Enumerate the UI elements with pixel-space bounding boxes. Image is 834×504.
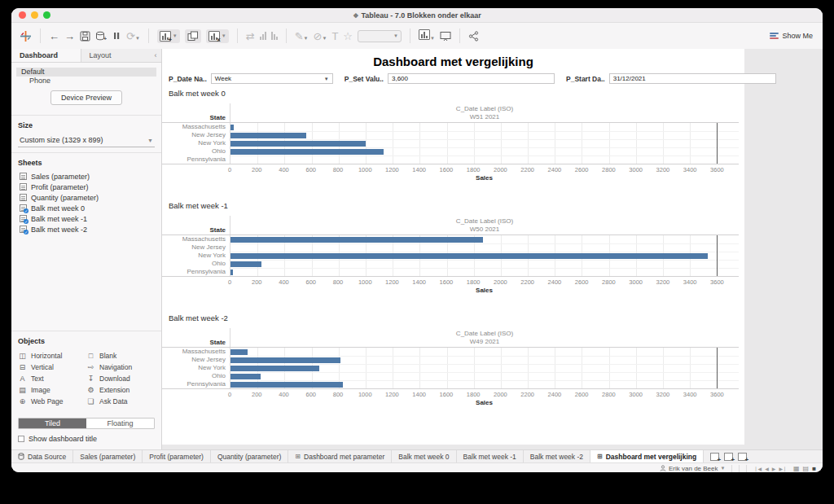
- sheet-tab[interactable]: Balk met week 0: [392, 450, 456, 462]
- object-item[interactable]: ⊟Vertical: [18, 362, 86, 372]
- fix-axes-icon[interactable]: ☆: [343, 28, 353, 43]
- bar[interactable]: [230, 141, 366, 147]
- sort-descending-icon[interactable]: [271, 28, 278, 43]
- object-item[interactable]: ▤Image: [18, 384, 86, 395]
- sheet-list-item[interactable]: ✓Balk met week -2: [18, 225, 155, 234]
- floating-button[interactable]: Floating: [86, 419, 154, 428]
- plot-area[interactable]: [230, 235, 739, 276]
- tab-layout[interactable]: Layout: [81, 49, 151, 62]
- device-section: Default Phone Device Preview: [11, 63, 161, 115]
- bar[interactable]: [230, 366, 319, 371]
- bar[interactable]: [230, 357, 340, 363]
- show-sheet-icon[interactable]: ■: [812, 465, 816, 472]
- object-item[interactable]: □Blank: [86, 350, 155, 361]
- object-item[interactable]: ◫Horizontal: [18, 350, 86, 361]
- row-separator: [230, 372, 739, 373]
- sheet-tab[interactable]: ⊞Dashboard met vergelijking: [590, 450, 704, 462]
- redo-icon[interactable]: →: [64, 28, 75, 43]
- undo-icon[interactable]: ←: [49, 28, 59, 43]
- bar[interactable]: [230, 253, 708, 259]
- object-item[interactable]: AText: [18, 373, 86, 383]
- show-mark-labels-icon[interactable]: T: [331, 28, 338, 43]
- bar[interactable]: [230, 349, 248, 355]
- tiled-button[interactable]: Tiled: [19, 419, 86, 428]
- first-sheet-icon[interactable]: ❘◀: [753, 466, 762, 471]
- new-datasource-icon[interactable]: +: [95, 31, 107, 42]
- objects-grid: ◫Horizontal□Blank⊟Vertical⇨NavigationATe…: [18, 350, 155, 406]
- tableau-logo-icon[interactable]: [20, 30, 32, 42]
- plot-area[interactable]: [230, 348, 739, 388]
- parameter-input[interactable]: 31/12/2021: [609, 73, 776, 84]
- sheet-tab[interactable]: ⊞Dashboard met parameter: [288, 450, 392, 462]
- plot-area[interactable]: [230, 123, 739, 164]
- highlight-icon[interactable]: ✎▼: [295, 28, 309, 43]
- parameter-dropdown[interactable]: Week▼: [211, 73, 333, 84]
- group-members-icon[interactable]: ⊘▼: [314, 28, 327, 43]
- collapse-pane-icon[interactable]: ‹: [150, 49, 161, 62]
- sheet-tab[interactable]: Sales (parameter): [73, 450, 143, 462]
- share-icon[interactable]: [468, 31, 479, 42]
- category-labels: MassachusettsNew JerseyNew YorkOhioPenns…: [162, 123, 230, 164]
- new-story-button[interactable]: +: [738, 453, 747, 461]
- bar[interactable]: [230, 374, 261, 379]
- sheet-tab[interactable]: Profit (parameter): [143, 450, 211, 462]
- clear-sheet-icon[interactable]: x▼: [206, 29, 229, 43]
- bar[interactable]: [230, 261, 261, 267]
- sheet-list-item[interactable]: Profit (parameter): [18, 182, 155, 191]
- bar[interactable]: [230, 237, 483, 243]
- pause-auto-updates-icon[interactable]: [112, 31, 121, 41]
- user-menu[interactable]: Erik van de Beek ▼: [660, 465, 725, 472]
- previous-sheet-icon[interactable]: ◀: [765, 466, 769, 471]
- bar[interactable]: [230, 382, 343, 388]
- show-cards-icon[interactable]: ▼: [419, 28, 435, 43]
- size-select[interactable]: Custom size (1329 x 899) ▼: [18, 134, 155, 147]
- show-dashboard-title-checkbox[interactable]: [18, 436, 24, 442]
- parameter-input[interactable]: 3,600: [388, 73, 555, 84]
- axis-tick-label: 1400: [412, 391, 426, 398]
- object-item[interactable]: ❏Ask Data: [86, 396, 155, 406]
- show-tabs-icon[interactable]: ▦: [793, 465, 800, 472]
- bar[interactable]: [230, 270, 233, 275]
- bar[interactable]: [230, 149, 384, 155]
- sheet-list-item[interactable]: Sales (parameter): [18, 172, 155, 181]
- sheet-tab[interactable]: Data Source: [11, 450, 73, 462]
- duplicate-sheet-icon[interactable]: [185, 29, 201, 43]
- object-item[interactable]: ⇨Navigation: [86, 362, 155, 372]
- last-sheet-icon[interactable]: ▶❘: [779, 466, 787, 471]
- new-worksheet-icon[interactable]: +▼: [157, 29, 180, 43]
- run-update-icon[interactable]: ⟳▼: [126, 28, 140, 43]
- show-me-label: Show Me: [782, 32, 813, 40]
- sort-ascending-icon[interactable]: [260, 28, 266, 43]
- bar[interactable]: [230, 133, 306, 138]
- save-icon[interactable]: [80, 31, 90, 42]
- fit-selector[interactable]: ▼: [358, 30, 402, 42]
- show-me-button[interactable]: Show Me: [770, 32, 813, 40]
- sheet-list-item[interactable]: ✓Balk met week -1: [18, 214, 155, 223]
- swap-rows-columns-icon[interactable]: ⇄: [246, 28, 255, 43]
- object-item[interactable]: ⚙Extension: [86, 384, 155, 395]
- objects-label: Objects: [18, 337, 155, 345]
- bar-chart: StateC_Date Label (ISO)W49 2021Massachus…: [162, 328, 739, 406]
- device-default[interactable]: Default: [16, 68, 156, 77]
- axis-tick-label: 0: [228, 278, 231, 286]
- sheet-list-item[interactable]: ✓Balk met week 0: [18, 204, 155, 213]
- bar[interactable]: [230, 125, 234, 130]
- sheet-tab[interactable]: Balk met week -2: [524, 450, 590, 462]
- new-dashboard-button[interactable]: +: [724, 453, 733, 461]
- tab-dashboard[interactable]: Dashboard: [11, 49, 81, 62]
- x-axis[interactable]: 0200400600800100012001400160018002000220…: [230, 277, 739, 286]
- new-worksheet-button[interactable]: +: [710, 453, 719, 461]
- next-sheet-icon[interactable]: ▶: [772, 466, 776, 471]
- show-filmstrip-icon[interactable]: ▤: [803, 465, 810, 472]
- sheet-tab-label: Dashboard met vergelijking: [606, 453, 696, 461]
- x-axis[interactable]: 0200400600800100012001400160018002000220…: [230, 389, 739, 398]
- sheet-tab[interactable]: Balk met week -1: [457, 450, 524, 462]
- device-preview-button[interactable]: Device Preview: [50, 90, 122, 105]
- object-item[interactable]: ↧Download: [86, 373, 155, 383]
- presentation-mode-icon[interactable]: [440, 31, 451, 42]
- sheet-tab[interactable]: Quantity (parameter): [211, 450, 288, 462]
- sheet-list-item[interactable]: Quantity (parameter): [18, 193, 155, 202]
- object-item[interactable]: ⊕Web Page: [18, 396, 86, 406]
- x-axis[interactable]: 0200400600800100012001400160018002000220…: [230, 164, 739, 173]
- device-phone[interactable]: Phone: [16, 77, 156, 85]
